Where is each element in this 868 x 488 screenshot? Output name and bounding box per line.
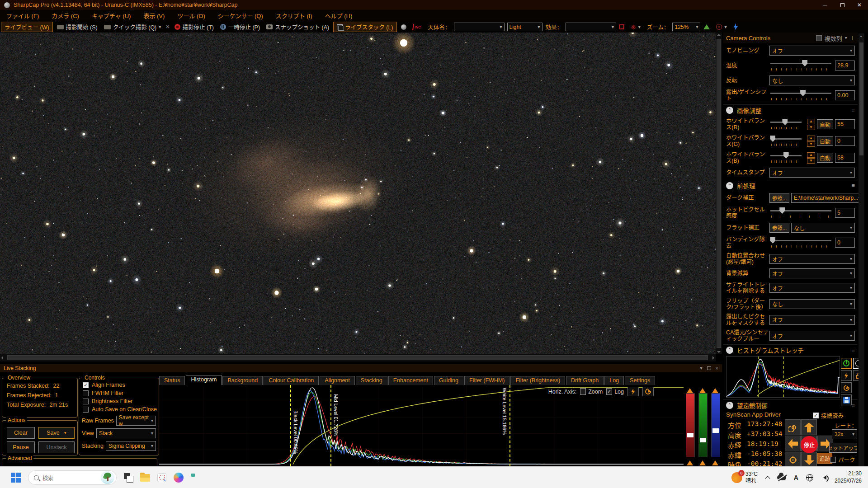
float-window-icon[interactable] — [707, 366, 711, 370]
tab-colour-calibration[interactable]: Colour Calibration — [264, 376, 319, 385]
frame-type-dropdown[interactable]: Light — [507, 23, 542, 31]
tab-background[interactable]: Background — [222, 376, 263, 385]
save-stretch-button[interactable] — [841, 394, 852, 405]
menu-file[interactable]: ファイル (F) — [0, 10, 45, 21]
wb-b-slider[interactable] — [769, 151, 802, 164]
red-up-arrow-icon[interactable] — [687, 385, 693, 393]
connected-checkbox[interactable]: ✓ 接続済み — [813, 411, 844, 420]
capture-stop-button[interactable]: 撮影停止 (T) — [171, 22, 217, 32]
brightness-filter-checkbox[interactable]: Brightness Filter — [83, 398, 155, 404]
menu-camera[interactable]: カメラ (C) — [45, 10, 85, 21]
minimize-button[interactable]: ─ — [816, 0, 834, 10]
reticle-icon[interactable] — [713, 22, 730, 32]
wb-g-auto-button[interactable]: 自動 — [817, 136, 833, 146]
section-menu-icon[interactable]: ≡ — [851, 107, 855, 113]
green-balance-column[interactable] — [698, 393, 708, 457]
temperature-slider[interactable] — [769, 59, 832, 72]
image-viewport[interactable] — [0, 33, 716, 354]
chevron-down-icon[interactable] — [845, 36, 847, 40]
wb-g-spinner[interactable]: ▲▼ — [807, 136, 815, 147]
zoom-checkbox[interactable]: Zoom — [580, 388, 603, 395]
quick-capture-button[interactable]: クイック撮影 (Q) — [101, 22, 165, 32]
auto-stretch-button2[interactable] — [841, 370, 852, 381]
spiral-search-button[interactable] — [785, 419, 801, 435]
stretch-black-marker[interactable] — [758, 357, 759, 397]
wb-r-spinner[interactable]: ▲▼ — [807, 119, 815, 130]
white-level-marker[interactable] — [509, 385, 510, 466]
auto-stretch-button[interactable] — [627, 387, 639, 396]
wb-b-auto-button[interactable]: 自動 — [817, 153, 833, 163]
raw-frames-dropdown[interactable]: Save except w — [116, 416, 156, 426]
tab-stacking[interactable]: Stacking — [356, 376, 387, 385]
close-button[interactable]: ✕ — [851, 0, 868, 10]
tab-filter-brightness[interactable]: Filter (Brightness) — [510, 376, 565, 385]
search-box[interactable]: 検索 — [28, 470, 117, 485]
tab-enhancement[interactable]: Enhancement — [388, 376, 433, 385]
rate-dropdown[interactable]: 32x — [832, 429, 857, 439]
image-hscrollbar[interactable] — [0, 354, 716, 361]
dark-file-dropdown[interactable]: E:\home\star\work\Sharp... — [791, 193, 863, 203]
auto-align-dropdown[interactable]: オフ — [769, 254, 855, 264]
maximize-button[interactable] — [834, 0, 851, 10]
pin-icon[interactable]: ⊥ — [850, 35, 855, 42]
tab-settings[interactable]: Settings — [625, 376, 655, 385]
auto-save-checkbox[interactable]: Auto Save on Clear/Close — [83, 406, 155, 413]
satellite-trail-dropdown[interactable]: オフ — [769, 283, 855, 293]
tab-guiding[interactable]: Guiding — [434, 376, 463, 385]
pause-stack-button[interactable]: Pause — [7, 441, 35, 453]
view-dropdown[interactable]: Stack — [96, 428, 156, 438]
histogram-icon[interactable] — [700, 22, 713, 32]
menu-scripts[interactable]: スクリプト (I) — [269, 10, 319, 21]
network-icon[interactable] — [806, 474, 813, 481]
pause-button[interactable]: 一時停止 (P) — [217, 22, 263, 32]
reset-button[interactable] — [841, 382, 852, 393]
effects-dropdown[interactable] — [566, 23, 616, 31]
mask-pixels-dropdown[interactable]: オフ — [769, 315, 855, 325]
stretch-mid-marker[interactable] — [783, 357, 784, 397]
stacking-dropdown[interactable]: Sigma Clipping — [106, 441, 156, 451]
wb-r-slider[interactable] — [769, 117, 802, 131]
live-view-button[interactable]: ライブビュー (W) — [1, 22, 53, 32]
slew-down-button[interactable] — [801, 452, 817, 468]
gain-shift-slider[interactable] — [769, 89, 832, 102]
ime-indicator[interactable]: A — [794, 474, 798, 481]
unstack-button[interactable]: Unstack — [38, 441, 75, 453]
blue-up-arrow-icon[interactable] — [712, 385, 718, 393]
mono-binning-dropdown[interactable]: オフ — [769, 46, 855, 56]
green-up-arrow-icon[interactable] — [699, 385, 706, 393]
live-stack-button[interactable]: ライブスタック (L) — [333, 22, 396, 32]
weather-widget[interactable]: 6 33°C晴れ — [731, 471, 758, 484]
timestamp-dropdown[interactable]: オフ — [769, 168, 855, 178]
volume-icon[interactable] — [821, 475, 826, 480]
plate-solve-icon[interactable] — [730, 22, 741, 32]
snipping-tool-button[interactable] — [157, 473, 166, 482]
slew-up-button[interactable] — [801, 419, 817, 435]
flat-browse-button[interactable]: 参照... — [769, 223, 789, 233]
hot-pixel-slider[interactable] — [769, 206, 832, 220]
capture-start-button[interactable]: 撮影開始 (S) — [54, 22, 101, 32]
image-adjust-header[interactable]: ⌃ 画像調整 ≡ — [723, 104, 858, 115]
telescope-header[interactable]: ⌃ 望遠鏡制御 ≡ — [723, 399, 858, 410]
green-bottom-arrow-icon[interactable] — [699, 457, 706, 465]
setup-button[interactable]: セットアップ — [829, 443, 857, 453]
menu-capture[interactable]: キャプチャ (U) — [85, 10, 137, 21]
clock[interactable]: 21:30 2025/07/26 — [835, 470, 862, 484]
red-balance-column[interactable] — [686, 393, 695, 457]
object-name-dropdown[interactable] — [454, 23, 505, 31]
copilot-button[interactable] — [174, 473, 184, 483]
selection-rect-icon[interactable] — [616, 22, 627, 32]
goto-target-button[interactable] — [785, 452, 801, 468]
menu-sequencer[interactable]: シーケンサー (Q) — [212, 10, 269, 21]
park-checkbox[interactable]: パーク — [830, 455, 855, 464]
wb-g-slider[interactable] — [769, 134, 802, 148]
zoom-dropdown[interactable]: 125% — [672, 23, 700, 31]
wb-b-spinner[interactable]: ▲▼ — [807, 152, 815, 164]
tab-alignment[interactable]: Alignment — [320, 376, 355, 385]
reset-stretch-button[interactable] — [642, 387, 654, 396]
tab-status[interactable]: Status — [159, 376, 185, 385]
flip-dropdown[interactable]: なし — [769, 75, 855, 85]
stretch-header[interactable]: ⌃ ヒストグラムストレッチ ≡ — [723, 344, 858, 355]
section-menu-icon[interactable]: ≡ — [851, 347, 855, 353]
blue-balance-column[interactable] — [711, 393, 720, 457]
banding-slider[interactable] — [769, 236, 832, 249]
